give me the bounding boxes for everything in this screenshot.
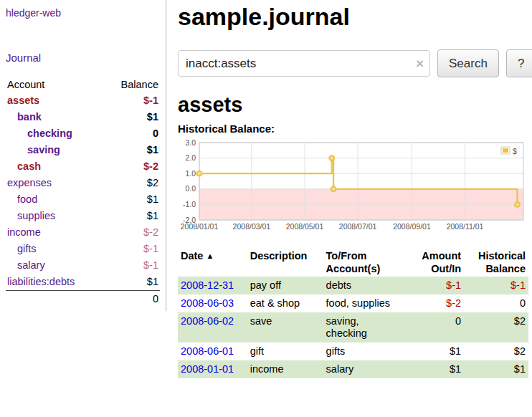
register-table: Date ▲ Description To/From Account(s) Am… <box>178 248 528 378</box>
transaction-date-link[interactable]: 2008-01-01 <box>181 363 234 375</box>
chart-title: Historical Balance: <box>178 123 532 135</box>
account-balance: $1 <box>104 274 160 291</box>
account-row: bank$1 <box>6 109 160 125</box>
register-header-tofrom: To/From Account(s) <box>323 248 419 277</box>
svg-text:3.0: 3.0 <box>185 138 196 147</box>
transaction-amount: $-1 <box>419 277 464 294</box>
svg-text:2.0: 2.0 <box>185 153 196 162</box>
transaction-amount: 0 <box>419 312 464 342</box>
transaction-balance: $-1 <box>464 277 528 294</box>
account-link[interactable]: gifts <box>17 243 37 254</box>
search-bar: × Search ? <box>178 49 532 77</box>
account-link[interactable]: bank <box>17 111 42 123</box>
account-link[interactable]: assets <box>7 95 39 106</box>
account-balance: $-1 <box>104 92 160 109</box>
historical-balance-chart: 3.02.01.00.0-1.0-2.02008/01/012008/03/01… <box>178 138 527 235</box>
svg-text:$: $ <box>513 147 517 155</box>
account-balance: $-2 <box>104 224 160 241</box>
account-link[interactable]: salary <box>17 259 45 271</box>
help-button[interactable]: ? <box>506 49 532 77</box>
transaction-description: pay off <box>247 277 323 294</box>
transaction-accounts: gifts <box>323 342 419 360</box>
register-header-row: Date ▲ Description To/From Account(s) Am… <box>178 248 528 277</box>
account-link[interactable]: checking <box>27 128 72 139</box>
transaction-amount: $-2 <box>419 294 464 312</box>
transaction-balance: $2 <box>464 312 528 342</box>
transaction-accounts: debts <box>323 277 419 294</box>
register-row: 2008-06-02savesaving, checking0$2 <box>178 312 528 342</box>
transaction-balance: 0 <box>464 294 528 312</box>
svg-text:1.0: 1.0 <box>185 169 196 178</box>
account-row: salary$-1 <box>6 257 160 274</box>
register-header-historical: Historical Balance <box>464 248 528 277</box>
account-link[interactable]: food <box>17 193 37 205</box>
transaction-date-link[interactable]: 2008-06-01 <box>181 345 234 357</box>
account-balance: $1 <box>104 109 160 125</box>
accounts-header-balance: Balance <box>104 77 160 92</box>
app-title-link[interactable]: hledger-web <box>6 7 160 19</box>
account-row: assets$-1 <box>6 92 160 109</box>
svg-text:-1.0: -1.0 <box>183 200 196 208</box>
account-link[interactable]: liabilities:debts <box>7 276 75 287</box>
search-box: × <box>178 50 430 77</box>
transaction-accounts: saving, checking <box>323 312 419 342</box>
account-link[interactable]: cash <box>17 160 41 172</box>
register-header-amount: Amount Out/In <box>419 248 464 277</box>
main-content: sample.journal × Search ? assets Histori… <box>166 0 532 417</box>
account-row: saving$1 <box>6 142 160 158</box>
register-header-description: Description <box>247 248 323 277</box>
register-row: 2008-06-01giftgifts$1$2 <box>178 342 528 360</box>
svg-text:2008/07/01: 2008/07/01 <box>339 222 377 231</box>
search-button[interactable]: Search <box>437 49 499 77</box>
account-balance: $1 <box>104 208 160 224</box>
register-header-date[interactable]: Date ▲ <box>178 248 247 277</box>
transaction-date-link[interactable]: 2008-12-31 <box>181 279 234 291</box>
account-row: checking0 <box>6 125 160 142</box>
account-row: food$1 <box>6 191 160 208</box>
account-link[interactable]: expenses <box>7 177 52 188</box>
account-balance: $1 <box>104 142 160 158</box>
accounts-total-row: 0 <box>6 291 160 308</box>
clear-search-icon[interactable]: × <box>416 57 424 70</box>
transaction-amount: $1 <box>419 360 464 378</box>
account-link[interactable]: supplies <box>17 210 55 221</box>
sort-asc-icon: ▲ <box>206 251 214 260</box>
account-row: expenses$2 <box>6 175 160 191</box>
account-balance: 0 <box>104 125 160 142</box>
transaction-description: income <box>247 360 323 378</box>
svg-text:2008/11/01: 2008/11/01 <box>447 222 484 231</box>
register-row: 2008-01-01incomesalary$1$1 <box>178 360 528 378</box>
journal-link[interactable]: Journal <box>6 52 160 64</box>
svg-text:0.0: 0.0 <box>185 184 196 193</box>
transaction-accounts: salary <box>323 360 419 378</box>
svg-text:2008/05/01: 2008/05/01 <box>286 222 324 231</box>
transaction-accounts: food, supplies <box>323 294 419 312</box>
transaction-description: save <box>247 312 323 342</box>
accounts-table: Account Balance assets$-1bank$1checking0… <box>6 77 160 307</box>
accounts-header-row: Account Balance <box>6 77 160 92</box>
svg-text:2008/09/01: 2008/09/01 <box>393 222 431 231</box>
hledger-web-app: hledger-web Journal Account Balance asse… <box>0 0 532 417</box>
account-balance: $2 <box>104 175 160 191</box>
transaction-balance: $2 <box>464 342 528 360</box>
transaction-date-link[interactable]: 2008-06-03 <box>181 297 234 309</box>
page-title: sample.journal <box>178 3 532 31</box>
account-balance: $1 <box>104 191 160 208</box>
search-input[interactable] <box>178 50 430 77</box>
sidebar: hledger-web Journal Account Balance asse… <box>0 0 166 311</box>
svg-text:2008/01/01: 2008/01/01 <box>181 222 219 231</box>
account-link[interactable]: income <box>7 226 41 238</box>
transaction-description: gift <box>247 342 323 360</box>
account-row: income$-2 <box>6 224 160 241</box>
chart-canvas: 3.02.01.00.0-1.0-2.02008/01/012008/03/01… <box>178 138 527 235</box>
svg-text:2008/03/01: 2008/03/01 <box>233 222 271 231</box>
account-row: liabilities:debts$1 <box>6 274 160 291</box>
account-row: gifts$-1 <box>6 241 160 257</box>
chart-legend: $ <box>499 145 521 157</box>
transaction-amount: $1 <box>419 342 464 360</box>
transaction-date-link[interactable]: 2008-06-02 <box>181 315 234 327</box>
register-body: 2008-12-31pay offdebts$-1$-12008-06-03ea… <box>178 277 528 378</box>
account-link[interactable]: saving <box>27 144 60 155</box>
accounts-header-account: Account <box>6 77 104 92</box>
account-balance: $-2 <box>104 158 160 175</box>
